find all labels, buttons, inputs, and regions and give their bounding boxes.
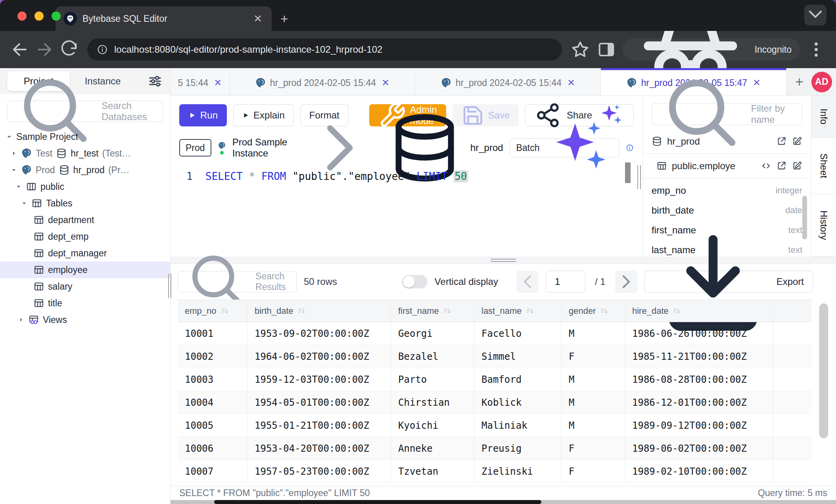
filter-sliders-icon[interactable] [147, 73, 163, 89]
tree-item-database-hr-test[interactable]: Testhr_test(Test… [0, 145, 170, 162]
table-row[interactable]: 100021964-06-02T00:00:00ZBezalelSimmelF1… [178, 345, 811, 368]
close-window-button[interactable] [17, 11, 27, 21]
tree-item-table-dept-emp[interactable]: dept_emp [0, 228, 170, 245]
column-header-birth_date[interactable]: birth_date [247, 300, 391, 322]
editor-scrollbar[interactable] [625, 162, 631, 183]
instance-name[interactable]: Prod Sample Instance [232, 137, 294, 159]
bookmark-star-icon[interactable] [570, 39, 591, 60]
new-sheet-button[interactable]: + [795, 68, 803, 95]
panel-scrollbar[interactable] [802, 196, 807, 239]
results-toolbar: Search Results 50 rows Vertical display … [171, 264, 836, 300]
browser-menu-button[interactable] [806, 39, 826, 60]
editor-tab-2[interactable]: hr_prod 2024-02-05 15:44✕ [230, 68, 415, 95]
editor-tab-1[interactable]: 5 15:44✕ [171, 68, 230, 95]
minimize-window-button[interactable] [35, 11, 44, 21]
column-header-last_name[interactable]: last_name [474, 300, 562, 322]
prev-page-button[interactable] [516, 271, 539, 293]
cell: Chirstian [391, 391, 474, 414]
info-icon[interactable] [626, 142, 634, 154]
editor-tab-3[interactable]: hr_prod 2024-02-05 15:44✕ [415, 68, 601, 95]
tab-search-button[interactable] [804, 5, 826, 25]
filter-by-name-input[interactable]: Filter by name [652, 103, 802, 125]
sort-icon[interactable] [297, 307, 306, 315]
close-icon[interactable]: ✕ [567, 77, 575, 88]
horizontal-scrollbar[interactable] [171, 500, 836, 504]
next-page-button[interactable] [615, 271, 637, 293]
column-header-gender[interactable]: gender [562, 300, 625, 322]
external-link-icon[interactable] [776, 160, 787, 171]
caret-right-icon[interactable] [10, 150, 17, 157]
new-browser-tab-button[interactable]: + [280, 12, 288, 25]
database-name[interactable]: hr_prod [470, 142, 503, 153]
tree-item-table-salary[interactable]: salary [0, 278, 170, 295]
tree-item-tables-group[interactable]: Tables [0, 195, 170, 212]
tree-item-table-title[interactable]: title [0, 295, 170, 311]
table-row[interactable]: 100051955-01-21T00:00:00ZKyoichiMaliniak… [178, 414, 811, 437]
table-row[interactable]: 100061953-04-20T00:00:00ZAnnekePreusigF1… [178, 437, 811, 460]
sidebar-resize-handle[interactable] [168, 273, 172, 298]
table-row[interactable]: 100071957-05-23T00:00:00ZTzvetanZielinsk… [178, 460, 811, 483]
side-tab-history[interactable]: History [811, 194, 836, 257]
column-header-emp_no[interactable]: emp_no [178, 300, 247, 322]
external-link-icon[interactable] [776, 136, 787, 147]
table-row[interactable]: 100011953-09-02T00:00:00ZGeorgiFacelloM1… [178, 322, 811, 345]
caret-right-icon[interactable] [17, 316, 25, 323]
tree-item-views-group[interactable]: Views [0, 311, 170, 328]
panel-resize-handle[interactable] [637, 165, 641, 189]
close-icon[interactable]: ✕ [214, 77, 222, 88]
page-input[interactable] [546, 271, 585, 293]
play-icon [242, 112, 249, 119]
sql-editor[interactable]: 1 SELECT * FROM "public"."employee" LIMI… [171, 161, 642, 257]
user-avatar[interactable]: AD [811, 72, 832, 92]
edit-icon[interactable] [792, 160, 802, 171]
reload-button[interactable] [59, 39, 79, 60]
back-button[interactable] [10, 39, 30, 60]
side-tab-info[interactable]: Info [811, 96, 836, 138]
column-row-emp_no[interactable]: emp_nointeger [652, 181, 802, 200]
close-icon[interactable]: ✕ [252, 13, 264, 25]
results-scrollbar[interactable] [819, 304, 828, 438]
edit-icon[interactable] [792, 136, 802, 147]
tree-item-project-sample-project[interactable]: Sample Project [0, 128, 170, 145]
sort-icon[interactable] [673, 307, 681, 315]
side-tab-sheet[interactable]: Sheet [811, 138, 836, 194]
export-button[interactable]: Export [644, 271, 813, 293]
forward-button[interactable] [34, 39, 55, 60]
sort-icon[interactable] [443, 307, 452, 315]
search-results-input[interactable]: Search Results [178, 271, 297, 292]
tree-item-table-dept-manager[interactable]: dept_manager [0, 245, 170, 262]
site-info-icon[interactable] [97, 44, 108, 55]
close-icon[interactable]: ✕ [382, 77, 389, 88]
panel-table-row[interactable]: public.employe [643, 154, 811, 178]
caret-down-icon[interactable] [21, 200, 28, 207]
results-section: Search Results 50 rows Vertical display … [171, 264, 836, 504]
column-row-birth_date[interactable]: birth_datedate [652, 200, 802, 220]
close-icon[interactable]: ✕ [753, 77, 761, 88]
column-header-first_name[interactable]: first_name [391, 300, 474, 322]
caret-down-icon[interactable] [6, 133, 13, 140]
zoom-window-button[interactable] [52, 11, 61, 21]
sort-icon[interactable] [600, 307, 609, 315]
sort-icon[interactable] [221, 307, 229, 315]
search-databases-input[interactable]: Search Databases [7, 101, 163, 122]
table-row[interactable]: 100031959-12-03T00:00:00ZPartoBamfordM19… [178, 368, 811, 391]
batch-button[interactable]: Batch [510, 138, 620, 157]
panel-database-row[interactable]: hr_prod [643, 129, 811, 154]
caret-down-icon[interactable] [10, 166, 17, 174]
table-row[interactable]: 100041954-05-01T00:00:00ZChirstianKoblic… [178, 391, 811, 414]
tree-item-table-department[interactable]: department [0, 212, 170, 228]
caret-down-icon[interactable] [15, 183, 22, 190]
tree-item-schema-public[interactable]: public [0, 178, 170, 195]
sort-icon[interactable] [526, 307, 535, 315]
address-bar[interactable]: localhost:8080/sql-editor/prod-sample-in… [87, 38, 562, 61]
tree-item-table-employee[interactable]: employee [0, 262, 170, 278]
browser-tab[interactable]: Bytebase SQL Editor ✕ [56, 6, 272, 31]
explain-button[interactable]: Explain [233, 104, 294, 126]
run-button[interactable]: Run [179, 104, 227, 126]
vertical-display-toggle[interactable] [402, 275, 428, 288]
code-icon[interactable] [761, 160, 771, 171]
side-panel-icon[interactable] [596, 39, 617, 60]
postgres-icon [21, 148, 32, 159]
tree-item-database-hr-prod[interactable]: Prodhr_prod(Pr… [0, 162, 170, 178]
column-header-hire_date[interactable]: hire_date [625, 300, 773, 322]
